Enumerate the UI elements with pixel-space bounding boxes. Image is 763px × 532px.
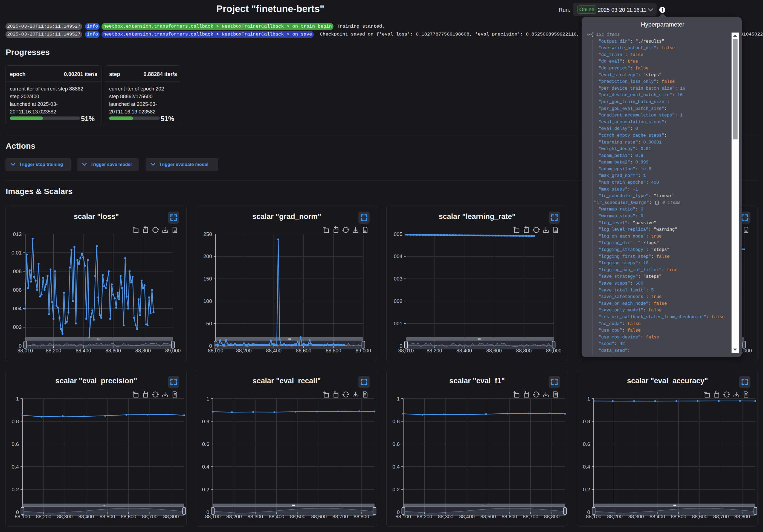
svg-text:0.8: 0.8 [583, 418, 590, 424]
svg-text:0.2: 0.2 [392, 487, 400, 492]
svg-text:scalar "grad_norm": scalar "grad_norm" [252, 213, 321, 221]
svg-text:0.2: 0.2 [202, 487, 209, 492]
svg-text:0.8: 0.8 [392, 418, 400, 424]
svg-text:004: 004 [13, 306, 22, 311]
svg-text:0.4: 0.4 [583, 464, 591, 470]
svg-text:005: 005 [394, 231, 402, 237]
svg-text:scalar "eval_recall": scalar "eval_recall" [253, 377, 321, 385]
svg-text:012: 012 [13, 231, 22, 237]
svg-text:1: 1 [206, 396, 209, 401]
svg-text:100: 100 [203, 298, 212, 304]
svg-text:0.2: 0.2 [583, 487, 590, 492]
svg-text:002: 002 [394, 298, 402, 304]
svg-text:50: 50 [206, 321, 212, 326]
svg-text:003: 003 [394, 276, 402, 282]
svg-text:scalar "eval_accuracy": scalar "eval_accuracy" [627, 377, 708, 385]
svg-text:0.4: 0.4 [12, 464, 19, 470]
svg-text:scalar "loss": scalar "loss" [73, 213, 119, 221]
svg-text:002: 002 [13, 324, 22, 330]
svg-text:1: 1 [587, 396, 590, 401]
svg-text:scalar "eval_f1": scalar "eval_f1" [450, 377, 505, 385]
svg-text:0.01: 0.01 [12, 250, 22, 256]
svg-text:008: 008 [13, 268, 22, 274]
svg-text:scalar "eval_precision": scalar "eval_precision" [55, 377, 137, 385]
svg-text:250: 250 [203, 231, 212, 237]
svg-text:004: 004 [394, 253, 402, 259]
svg-text:0.6: 0.6 [202, 441, 209, 447]
svg-text:0.6: 0.6 [583, 441, 590, 447]
svg-text:0.8: 0.8 [12, 418, 19, 424]
svg-text:0.4: 0.4 [202, 464, 210, 470]
svg-text:0.6: 0.6 [12, 441, 19, 447]
svg-text:1: 1 [397, 396, 400, 401]
svg-text:0.8: 0.8 [202, 418, 209, 424]
svg-text:scalar "learning_rate": scalar "learning_rate" [439, 213, 516, 221]
svg-text:001: 001 [394, 321, 402, 326]
svg-text:0.6: 0.6 [392, 441, 400, 447]
svg-text:1: 1 [16, 396, 19, 401]
svg-text:200: 200 [203, 253, 212, 259]
svg-text:150: 150 [203, 276, 212, 282]
svg-text:0.2: 0.2 [12, 487, 19, 492]
svg-text:006: 006 [13, 287, 22, 293]
svg-text:0.4: 0.4 [392, 464, 400, 470]
